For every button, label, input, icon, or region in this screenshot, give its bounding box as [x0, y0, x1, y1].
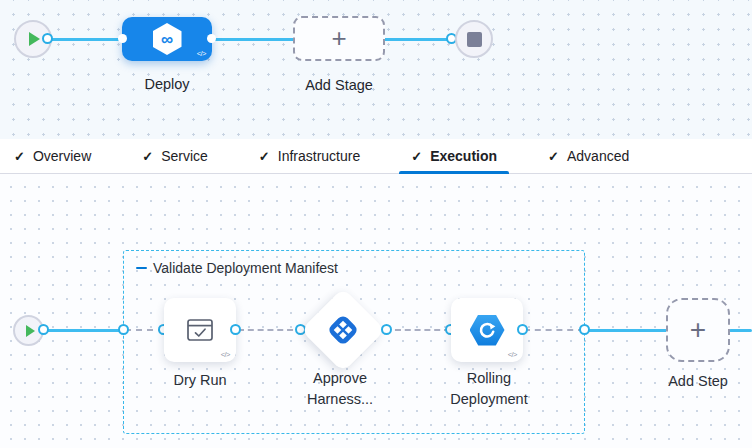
- tab-label: Advanced: [567, 148, 629, 164]
- stage-node-deploy[interactable]: ∞ </>: [122, 17, 212, 61]
- step-node-dry-run[interactable]: </>: [164, 298, 236, 362]
- check-icon: ✓: [548, 149, 559, 164]
- tab-service[interactable]: ✓ Service: [130, 139, 220, 173]
- execution-canvas[interactable]: Validate Deployment Manifest </> Dr: [0, 174, 752, 448]
- stage-flow-line: [33, 38, 453, 41]
- step-group-title: Validate Deployment Manifest: [153, 260, 338, 276]
- check-icon: ✓: [259, 149, 270, 164]
- pipeline-studio: ∞ </> Deploy + Add Stage ✓ Overview ✓ Se…: [0, 0, 752, 448]
- rolling-deployment-icon: [470, 315, 505, 346]
- tab-label: Overview: [33, 148, 91, 164]
- exec-flow-line: [729, 329, 752, 332]
- connector[interactable]: [517, 324, 528, 335]
- connector[interactable]: [230, 324, 241, 335]
- tab-label: Service: [161, 148, 208, 164]
- code-view-icon[interactable]: </>: [221, 350, 230, 359]
- check-icon: ✓: [411, 149, 422, 164]
- collapse-icon[interactable]: [136, 267, 147, 270]
- step-label-dry-run: Dry Run: [173, 370, 226, 391]
- step-node-rolling-deployment[interactable]: </>: [451, 298, 523, 362]
- tab-advanced[interactable]: ✓ Advanced: [536, 139, 641, 173]
- tab-infrastructure[interactable]: ✓ Infrastructure: [247, 139, 372, 173]
- add-stage-button[interactable]: +: [293, 16, 385, 61]
- connector[interactable]: [579, 324, 590, 335]
- stage-config-tabs: ✓ Overview ✓ Service ✓ Infrastructure ✓ …: [0, 139, 752, 174]
- pipeline-end-node[interactable]: [455, 20, 493, 58]
- stage-out-port[interactable]: [207, 34, 216, 43]
- check-icon: ✓: [14, 149, 25, 164]
- plus-icon: +: [690, 314, 706, 346]
- step-label-approve: Approve Harness...: [307, 368, 373, 410]
- play-icon: [26, 325, 35, 337]
- connector[interactable]: [118, 324, 129, 335]
- plus-icon: +: [331, 23, 346, 54]
- deploy-stage-icon: ∞: [153, 23, 182, 55]
- approval-icon: [326, 313, 360, 347]
- add-step-label: Add Step: [668, 371, 728, 392]
- code-view-icon[interactable]: </>: [197, 49, 206, 58]
- check-icon: ✓: [142, 149, 153, 164]
- tab-label: Infrastructure: [278, 148, 360, 164]
- play-icon: [29, 32, 40, 46]
- tab-overview[interactable]: ✓ Overview: [2, 139, 103, 173]
- connector[interactable]: [381, 324, 392, 335]
- add-stage-label: Add Stage: [305, 77, 373, 93]
- exec-dashed-line: [524, 329, 584, 331]
- step-label-rolling-deployment: Rolling Deployment: [450, 368, 527, 410]
- stop-icon: [467, 32, 482, 47]
- step-group-header[interactable]: Validate Deployment Manifest: [136, 260, 338, 276]
- add-step-button[interactable]: +: [666, 298, 730, 362]
- code-view-icon[interactable]: </>: [508, 350, 517, 359]
- stage-in-port[interactable]: [118, 34, 127, 43]
- stage-canvas[interactable]: ∞ </> Deploy + Add Stage: [0, 0, 752, 139]
- connector[interactable]: [38, 324, 49, 335]
- exec-flow-line: [585, 329, 667, 332]
- dry-run-icon: [186, 317, 214, 343]
- start-connector[interactable]: [42, 33, 53, 44]
- tab-label: Execution: [430, 148, 497, 164]
- tab-execution[interactable]: ✓ Execution: [399, 139, 509, 173]
- stage-label: Deploy: [144, 76, 189, 92]
